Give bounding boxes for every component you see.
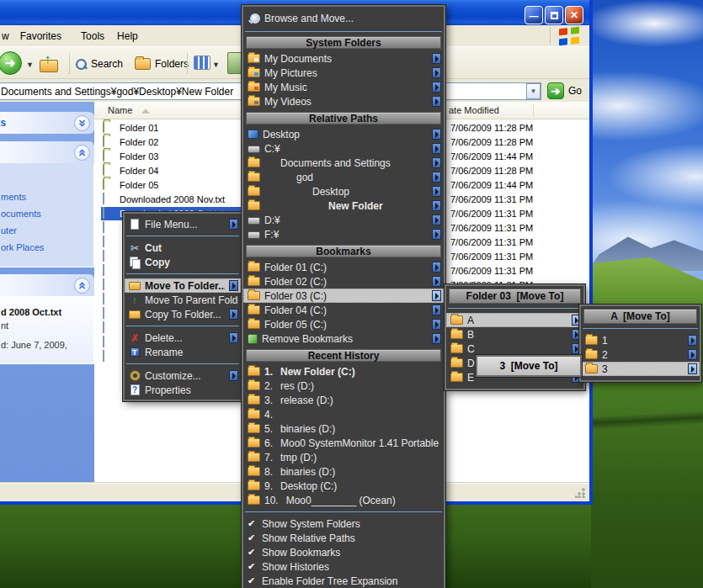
drive-icon (248, 146, 260, 153)
menu-item-desktop-nested[interactable]: Desktop (243, 184, 444, 199)
menu-item-history-9[interactable]: 9.Desktop (C:) (243, 479, 444, 493)
toggle-show-histories[interactable]: ✔Show Histories (243, 559, 444, 574)
menu-item-bookmark-folder03[interactable]: Folder 03 (C:) (243, 289, 444, 303)
toggle-show-relative-paths[interactable]: ✔Show Relative Paths (243, 531, 444, 545)
up-button[interactable]: ↑ (39, 53, 61, 73)
toggle-show-bookmarks[interactable]: ✔Show Bookmarks (243, 545, 444, 559)
section-header-bookmarks: Bookmarks (246, 245, 441, 257)
menu-separator (126, 236, 239, 236)
menu-item-drive-c[interactable]: C:¥ (243, 141, 444, 156)
place-link[interactable]: uter (0, 222, 93, 239)
menu-item-customize[interactable]: Customize... (125, 368, 241, 383)
go-button[interactable]: ➔ Go (547, 82, 582, 99)
menu-item-bookmark-folder04[interactable]: Folder 04 (C:) (243, 303, 444, 317)
menu-item-1[interactable]: 1 (581, 333, 700, 347)
menu-item-my-videos[interactable]: My Videos (243, 94, 444, 109)
menu-item-history-2[interactable]: 2.res (D:) (243, 379, 444, 393)
properties-icon: ? (130, 384, 140, 395)
submenu-arrow-icon (688, 335, 697, 346)
menu-item-rename[interactable]: TRename (125, 345, 241, 359)
menu-item-my-pictures[interactable]: My Pictures (243, 66, 444, 80)
menu-item-b[interactable]: B (446, 327, 583, 342)
minimize-button[interactable]: — (525, 6, 543, 24)
section-header-recent-history: Recent History (246, 349, 441, 362)
forward-button[interactable]: ➜ (0, 51, 22, 75)
menu-item-god[interactable]: god (243, 170, 444, 184)
folder-icon (585, 364, 598, 373)
menu-item-remove-bookmarks[interactable]: Remove Bookmarks (243, 331, 444, 346)
submenu-arrow-icon (432, 96, 441, 107)
menu-item-history-5[interactable]: 5.binaries (D:) (243, 421, 444, 436)
menu-item-favorites[interactable]: Favorites (18, 28, 64, 45)
folder-icon (103, 178, 104, 190)
menu-item-3[interactable]: 3 (581, 362, 700, 376)
menu-item-copy-to-folder[interactable]: Copy To Folder... (125, 307, 241, 321)
menu-item-history-10[interactable]: 10.Moo0________ (Ocean) (243, 493, 444, 507)
menu-item-2[interactable]: 2 (581, 347, 700, 362)
column-header-name[interactable]: Name (108, 105, 132, 115)
menu-item-history-1[interactable]: 1.New Folder (C:) (243, 364, 444, 379)
up-arrow-icon: ↑ (45, 51, 51, 66)
views-button[interactable] (194, 56, 210, 70)
chevron-up-icon[interactable] (74, 278, 90, 294)
menu-item-copy[interactable]: Copy (125, 255, 241, 269)
text-file-icon (103, 307, 104, 319)
submenu-arrow-icon (432, 305, 441, 315)
submenu-arrow-icon (432, 262, 441, 273)
column-separator[interactable] (533, 103, 534, 117)
menu-item-move-to-folder[interactable]: Move To Folder... (125, 278, 241, 293)
menu-item-bookmark-folder02[interactable]: Folder 02 (C:) (243, 274, 444, 289)
places-panel-header[interactable]: s (0, 141, 94, 163)
menu-item-move-to-parent-folder[interactable]: ↑Move To Parent Folder (125, 293, 241, 307)
menu-item-my-documents[interactable]: My Documents (243, 51, 444, 66)
menu-item-history-6[interactable]: 6.Moo0 SystemMonitor 1.41 Portable (D:) (243, 436, 444, 450)
place-link[interactable]: ork Places (0, 239, 93, 256)
menu-item-delete[interactable]: ✗Delete... (125, 331, 241, 345)
address-dropdown-button[interactable]: ▼ (526, 83, 541, 99)
resize-grip[interactable] (575, 488, 585, 498)
toolbar-extra-icon[interactable] (227, 52, 242, 74)
menu-item-documents-and-settings[interactable]: Documents and Settings (243, 156, 444, 170)
menu-item-tools[interactable]: Tools (78, 28, 107, 45)
menu-item-desktop-root[interactable]: Desktop (243, 127, 444, 141)
search-button[interactable]: Search (76, 53, 123, 75)
drive-icon (248, 217, 260, 225)
place-link[interactable]: ments (0, 188, 93, 205)
menu-item-a[interactable]: A (446, 313, 583, 327)
menu-item-help[interactable]: Help (115, 28, 141, 45)
menu-item-bookmark-folder01[interactable]: Folder 01 (C:) (243, 260, 444, 274)
menu-item-browse-and-move[interactable]: Browse and Move... (243, 9, 444, 27)
menu-item-history-8[interactable]: 8.binaries (D:) (243, 464, 444, 479)
submenu-arrow-icon (432, 186, 441, 197)
views-dropdown-caret[interactable]: ▼ (212, 61, 220, 69)
chevron-up-icon[interactable] (74, 145, 90, 161)
menu-item-history-3[interactable]: 3.release (D:) (243, 393, 444, 407)
menu-item-history-7[interactable]: 7.tmp (D:) (243, 450, 444, 464)
menu-item-view-partial[interactable]: w (0, 28, 12, 45)
menu-item-cut[interactable]: ✂Cut (125, 241, 241, 255)
details-panel-header[interactable] (0, 274, 94, 296)
toggle-enable-folder-tree-expansion[interactable]: ✔Enable Folder Tree Expansion (243, 574, 444, 588)
menu-item-c[interactable]: C (446, 342, 583, 356)
chevron-down-icon[interactable] (74, 115, 90, 131)
menu-item-new-folder[interactable]: New Folder (243, 199, 444, 213)
menu-item-file-menu[interactable]: File Menu... (125, 217, 241, 231)
menu-item-drive-f[interactable]: F:¥ (243, 227, 444, 241)
chevron-down-icon: ▼ (530, 87, 537, 95)
column-header-date-modified[interactable]: ate Modified (449, 105, 499, 115)
toggle-show-system-folders[interactable]: ✔Show System Folders (243, 516, 444, 531)
menu-item-my-music[interactable]: My Music (243, 80, 444, 94)
menu-item-history-4[interactable]: 4. (243, 407, 444, 421)
folder-icon (248, 201, 260, 210)
tasks-panel-header[interactable]: der Tasks (0, 112, 94, 134)
folder-icon (450, 344, 463, 353)
close-button[interactable]: ✕ (565, 6, 583, 24)
menu-item-drive-d[interactable]: D:¥ (243, 213, 444, 227)
text-file-icon (103, 336, 104, 347)
menu-item-properties[interactable]: ?Properties (125, 383, 241, 397)
place-link[interactable]: ocuments (0, 205, 93, 222)
maximize-button[interactable] (545, 6, 563, 24)
forward-dropdown-caret[interactable]: ▼ (26, 61, 34, 69)
menu-item-bookmark-folder05[interactable]: Folder 05 (C:) (243, 317, 444, 331)
folders-button[interactable]: Folders (135, 53, 189, 75)
